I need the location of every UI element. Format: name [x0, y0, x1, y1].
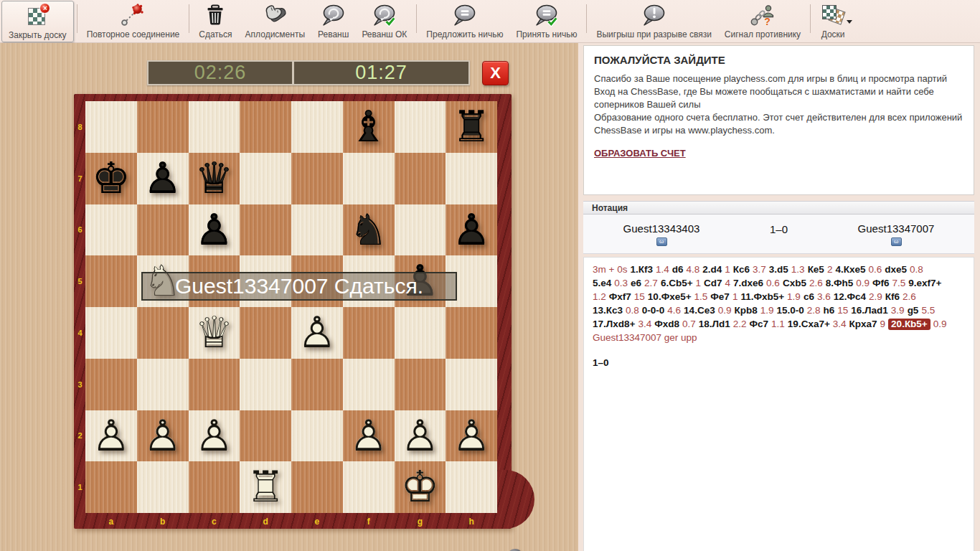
white-pawn[interactable]: ♟♙: [446, 410, 497, 462]
move[interactable]: e6: [631, 278, 641, 288]
square-f4[interactable]: [343, 307, 395, 359]
white-pawn[interactable]: ♟♙: [189, 410, 240, 462]
white-pawn[interactable]: ♟♙: [137, 410, 189, 462]
square-d8[interactable]: [240, 101, 291, 153]
square-g4[interactable]: [395, 307, 446, 359]
square-b1[interactable]: [137, 461, 189, 513]
move[interactable]: Фe7: [710, 291, 730, 302]
rematch-ok-button[interactable]: Реванш ОК: [355, 1, 413, 42]
move[interactable]: c6: [804, 291, 814, 302]
black-rook[interactable]: ♜♖: [446, 101, 497, 153]
square-d6[interactable]: [240, 204, 291, 256]
square-f7[interactable]: [343, 153, 395, 204]
close-game-x-button[interactable]: X: [482, 61, 509, 85]
move[interactable]: 16.Лad1: [851, 305, 888, 316]
move[interactable]: 6.Сb5+: [661, 278, 693, 288]
square-g3[interactable]: [395, 359, 446, 410]
close-board-button[interactable]: × Закрыть доску: [1, 1, 74, 42]
current-move[interactable]: 20.Кb5+: [888, 319, 930, 330]
move[interactable]: 19.Сxa7+: [788, 319, 830, 329]
move[interactable]: Фc7: [750, 319, 769, 329]
square-f1[interactable]: [343, 461, 395, 513]
white-pawn[interactable]: ♟♙: [85, 410, 137, 462]
square-h7[interactable]: [446, 153, 497, 204]
square-d4[interactable]: [240, 307, 291, 359]
spectacles-icon[interactable]: [891, 237, 902, 246]
move[interactable]: dxe5: [885, 264, 907, 275]
square-d3[interactable]: [240, 359, 291, 410]
accept-draw-button[interactable]: Принять ничью: [509, 1, 583, 42]
move[interactable]: Сxb5: [783, 278, 806, 288]
square-e6[interactable]: [291, 204, 343, 256]
square-d2[interactable]: [240, 410, 291, 462]
move[interactable]: Крxa7: [849, 319, 877, 329]
square-a5[interactable]: [85, 255, 137, 307]
square-g8[interactable]: [395, 101, 446, 153]
move[interactable]: 13.Кc3: [593, 305, 623, 316]
square-h4[interactable]: [446, 307, 497, 359]
black-king[interactable]: ♚♔: [85, 153, 137, 204]
square-e7[interactable]: [291, 153, 343, 204]
square-g6[interactable]: [395, 204, 446, 256]
win-on-disconnect-button[interactable]: Выигрыш при разрыве связи: [590, 1, 717, 42]
square-e3[interactable]: [291, 359, 343, 410]
move[interactable]: 3.d5: [769, 264, 788, 275]
resign-button[interactable]: Сдаться: [192, 1, 238, 42]
square-a3[interactable]: [85, 359, 137, 410]
move[interactable]: 14.Сe3: [684, 305, 715, 316]
square-e1[interactable]: [291, 461, 343, 513]
move[interactable]: 15.0-0: [776, 305, 804, 316]
move[interactable]: 12.Фc4: [834, 291, 866, 302]
white-pawn[interactable]: ♟♙: [395, 410, 446, 462]
applause-button[interactable]: Аплодисменты: [239, 1, 311, 42]
move[interactable]: 7.dxe6: [733, 278, 763, 288]
square-a6[interactable]: [85, 204, 137, 256]
boards-button[interactable]: Доски: [814, 1, 852, 42]
square-c8[interactable]: [189, 101, 240, 153]
offer-draw-button[interactable]: Предложить ничью: [420, 1, 509, 42]
square-h1[interactable]: [446, 461, 497, 513]
move[interactable]: 5.e4: [593, 278, 611, 288]
white-pawn[interactable]: ♟♙: [291, 307, 343, 359]
move[interactable]: Сd7: [704, 278, 722, 288]
reconnect-button[interactable]: Повторное соединение: [80, 1, 187, 42]
square-g7[interactable]: [395, 153, 446, 204]
square-f3[interactable]: [343, 359, 395, 410]
move[interactable]: d6: [672, 264, 684, 275]
move[interactable]: 0-0-0: [642, 305, 665, 316]
square-b4[interactable]: [137, 307, 189, 359]
black-pawn[interactable]: ♟♙: [189, 204, 240, 256]
square-b8[interactable]: [137, 101, 189, 153]
move[interactable]: Кf6: [885, 291, 900, 302]
move[interactable]: Фf6: [872, 278, 890, 288]
square-a4[interactable]: [85, 307, 137, 359]
move[interactable]: Крb8: [734, 305, 757, 316]
move[interactable]: 18.Лd1: [699, 319, 730, 329]
move[interactable]: Кe5: [808, 264, 824, 275]
move[interactable]: Фxd8: [654, 319, 679, 329]
square-e2[interactable]: [291, 410, 343, 462]
chess-board[interactable]: ♝♗♜♖♚♔♟♙♛♕♟♙♞♘♟♙♞♘♟♙♛♕♟♙♟♙♟♙♟♙♟♙♟♙♟♙♜♖♚♔: [85, 101, 497, 513]
square-a1[interactable]: [85, 461, 137, 513]
move[interactable]: Фxf7: [609, 291, 631, 302]
white-queen[interactable]: ♛♕: [189, 307, 240, 359]
move[interactable]: 11.Фxb5+: [740, 291, 784, 302]
black-queen[interactable]: ♛♕: [189, 153, 240, 204]
move[interactable]: 8.Фh5: [826, 278, 854, 288]
move[interactable]: Кc6: [733, 264, 750, 275]
white-rook[interactable]: ♜♖: [240, 461, 291, 513]
signal-opponent-button[interactable]: ? Сигнал противнику: [718, 1, 807, 42]
black-bishop[interactable]: ♝♗: [343, 101, 395, 153]
move[interactable]: h6: [824, 305, 835, 316]
square-b6[interactable]: [137, 204, 189, 256]
rematch-button[interactable]: Реванш: [311, 1, 355, 42]
square-h3[interactable]: [446, 359, 497, 410]
square-c3[interactable]: [189, 359, 240, 410]
white-king[interactable]: ♚♔: [395, 461, 446, 513]
move[interactable]: g5: [908, 305, 919, 316]
move[interactable]: 4.Кxe5: [835, 264, 865, 275]
square-a8[interactable]: [85, 101, 137, 153]
create-account-link[interactable]: ОБРАЗОВАТЬ СЧЕТ: [594, 148, 686, 159]
black-pawn[interactable]: ♟♙: [137, 153, 189, 204]
black-knight[interactable]: ♞♘: [343, 204, 395, 256]
